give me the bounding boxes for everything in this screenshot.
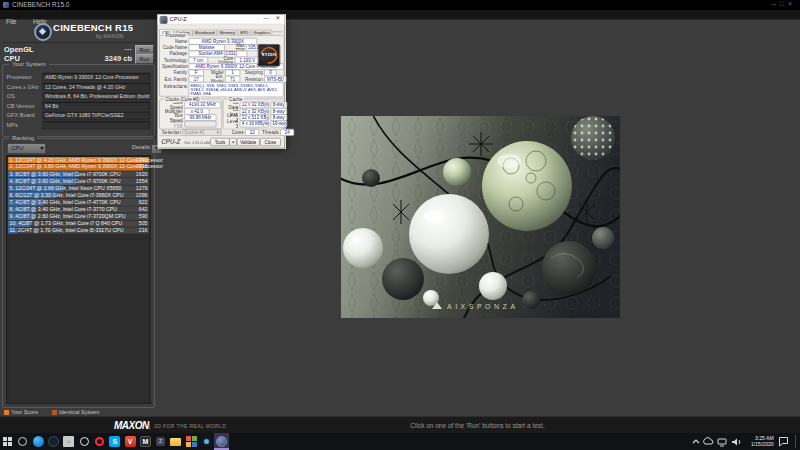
cpuz-titlebar[interactable]: CPU-Z — ✕	[158, 15, 285, 25]
menu-file[interactable]: File	[0, 17, 22, 26]
cache-groupbox: Cache L1 Data 12 x 32 KBytes 8-way L1 In…	[223, 99, 285, 130]
opengl-label: OpenGL	[4, 45, 34, 54]
cpu-score: 3249 cb	[104, 54, 132, 63]
volume-icon	[732, 438, 737, 445]
steam-icon	[48, 436, 59, 447]
action-center-button[interactable]	[778, 436, 789, 447]
system-row-processor: Processor AMD Ryzen 9 3900X 12-Core Proc…	[7, 73, 151, 80]
tools-dropdown-button[interactable]	[229, 138, 237, 146]
taskbar-icon-file-explorer[interactable]	[168, 433, 183, 450]
system-row-cbversion: CB Version 64 Bit	[7, 102, 151, 109]
system-row-os: OS Windows 8, 64 Bit, Professional Editi…	[7, 93, 151, 100]
active-app-icon	[216, 436, 227, 447]
orange-swatch-icon	[4, 410, 9, 415]
cpuz-version: Ver. 1.91.0.x64	[184, 140, 210, 144]
validate-button[interactable]: Validate	[237, 138, 260, 146]
tray-date: 1/15/2020	[751, 442, 774, 448]
folder-icon	[170, 438, 181, 446]
system-row-gfxboard: GFX Board GeForce GTX 1080 Ti/PCIe/SSE2	[7, 112, 151, 119]
l3-way-field: 16-way	[270, 120, 287, 127]
system-row-cores: Cores x GHz 12 Cores, 24 Threads @ 4.20 …	[7, 83, 151, 90]
show-desktop-button[interactable]	[795, 435, 798, 448]
taskbar-icon-active-app[interactable]	[214, 433, 229, 450]
action-center-icon	[780, 438, 788, 447]
window-title: CINEBENCH R15.0	[12, 1, 69, 8]
cinebench-app-icon	[3, 2, 9, 8]
amd-ryzen-badge-icon: RYZEN	[258, 44, 280, 66]
ranking-row[interactable]: 5. 12C/24T @ 2.66 GHz, Intel Xeon CPU X5…	[8, 185, 149, 191]
ring-app-icon	[80, 437, 89, 446]
cpuz-close-footer-button[interactable]: Close	[260, 138, 281, 146]
ranking-details-label: Details	[132, 144, 150, 150]
ranking-row[interactable]: 3. 8C/8T @ 3.60 GHz, Intel Core i7-9700K…	[8, 171, 149, 177]
ranking-groupbox: Ranking CPU Details 1. 12C/24T @ 4.20 GH…	[2, 138, 155, 408]
m-app-icon: M	[140, 436, 151, 447]
opera-icon	[95, 437, 104, 446]
cinebench-logo-icon	[34, 23, 52, 41]
taskbar-icon-skype[interactable]: S	[107, 433, 122, 450]
tools-button[interactable]: Tools	[210, 138, 230, 146]
bottom-band: MAXON 3D FOR THE REAL WORLD Click on one…	[0, 416, 800, 434]
windows-logo-icon	[3, 437, 12, 446]
onedrive-cloud-icon	[704, 437, 713, 443]
divider	[2, 42, 154, 43]
chevron-down-icon	[40, 147, 44, 150]
ranking-row[interactable]: 7. 4C/8T @ 3.40 GHz, Intel Core i7-4770K…	[8, 199, 149, 205]
ranking-filter-dropdown[interactable]: CPU	[7, 143, 46, 154]
taskbar: ⌂ S V M Z	[0, 433, 800, 450]
taskbar-icon-vivaldi[interactable]: V	[122, 433, 137, 450]
start-button[interactable]	[0, 433, 15, 450]
clocks-groupbox: Clocks (Core #0) Core Speed 4190.32 MHz …	[159, 99, 222, 130]
orange-dark-swatch-icon	[52, 410, 57, 415]
taskbar-icon-cpuz-mini[interactable]: Z	[153, 433, 168, 450]
rated-fsb-field	[184, 120, 216, 127]
chevron-down-icon	[232, 141, 235, 143]
instructions-field: MMX(+), SSE, SSE2, SSE3, SSSE3, SSE4.1, …	[189, 82, 284, 97]
search-button[interactable]	[15, 433, 30, 450]
taskbar-icon-opera[interactable]	[92, 433, 107, 450]
your-system-title: Your System	[9, 61, 49, 68]
ranking-row[interactable]: 11. 2C/4T @ 1.70 GHz, Intel Core i5-3317…	[8, 227, 149, 233]
ranking-row[interactable]: 6. 6C/12T @ 3.30 GHz, Intel Core i7-3960…	[8, 192, 149, 198]
photos-mosaic-icon	[186, 436, 197, 447]
cinebench-logo-title: CINEBENCH R15	[53, 22, 133, 33]
taskbar-icon-store[interactable]: ⌂	[61, 433, 76, 450]
opengl-value: ···	[125, 45, 133, 54]
taskbar-icon-ring-app[interactable]	[76, 433, 91, 450]
system-tray: 3:25 AM 1/15/2020	[691, 433, 798, 450]
render-watermark: AIXSPONZA	[447, 303, 519, 310]
minimize-button[interactable]: –	[772, 0, 780, 7]
render-preview-image: AIXSPONZA	[341, 116, 620, 318]
ranking-row[interactable]: 10. 4C/8T @ 1.73 GHz, Intel Core i7 Q 84…	[8, 220, 149, 226]
taskbar-icon-steam[interactable]	[46, 433, 61, 450]
ranking-row[interactable]: 2. 12C/24T @ 3.80 GHz, AMD Ryzen 9 3900X…	[8, 164, 149, 170]
tray-clock[interactable]: 3:25 AM 1/15/2020	[751, 436, 774, 447]
ranking-title: Ranking	[9, 135, 37, 142]
close-button[interactable]: ×	[788, 0, 796, 7]
cpuz-app-icon	[160, 16, 168, 24]
store-bag-icon: ⌂	[63, 436, 74, 447]
taskbar-icon-photos[interactable]	[184, 433, 199, 450]
ranking-row[interactable]: 4. 8C/8T @ 3.60 GHz, Intel Core i7-9700K…	[8, 178, 149, 184]
taskbar-icon-steam-chat[interactable]	[199, 433, 214, 450]
cpu-run-button[interactable]: Run	[135, 54, 154, 64]
cpuz-mini-icon: Z	[156, 437, 165, 446]
cpuz-minimize-button[interactable]: —	[263, 15, 269, 21]
chevron-up-icon	[693, 440, 699, 443]
cpuz-window: CPU-Z — ✕ CPUCachesMainboardMemorySPDGra…	[157, 14, 284, 147]
taskbar-icon-edge[interactable]	[31, 433, 46, 450]
cinebench-menubar: File Help	[0, 10, 800, 20]
cpuz-logo: CPU-Z	[161, 138, 180, 145]
volume-wave-icon	[739, 440, 740, 444]
maximize-button[interactable]: □	[780, 0, 788, 7]
cpuz-tab-bar: CPUCachesMainboardMemorySPDGraphicsBench…	[159, 25, 283, 33]
ranking-row[interactable]: 9. 4C/8T @ 2.60 GHz, Intel Core i7-3720Q…	[8, 213, 149, 219]
tray-icons[interactable]	[691, 436, 743, 448]
ranking-row[interactable]: 8. 4C/8T @ 3.40 GHz, Intel Core i7-3770 …	[8, 206, 149, 212]
system-row-mps: MPs	[7, 121, 151, 128]
taskbar-icon-m-app[interactable]: M	[138, 433, 153, 450]
status-text: Click on one of the 'Run' buttons to sta…	[155, 417, 800, 434]
cpuz-close-button[interactable]: ✕	[276, 15, 281, 21]
cortana-circle-icon	[18, 437, 27, 446]
ranking-row[interactable]: 1. 12C/24T @ 4.20 GHz, AMD Ryzen 9 3900X…	[8, 157, 149, 163]
